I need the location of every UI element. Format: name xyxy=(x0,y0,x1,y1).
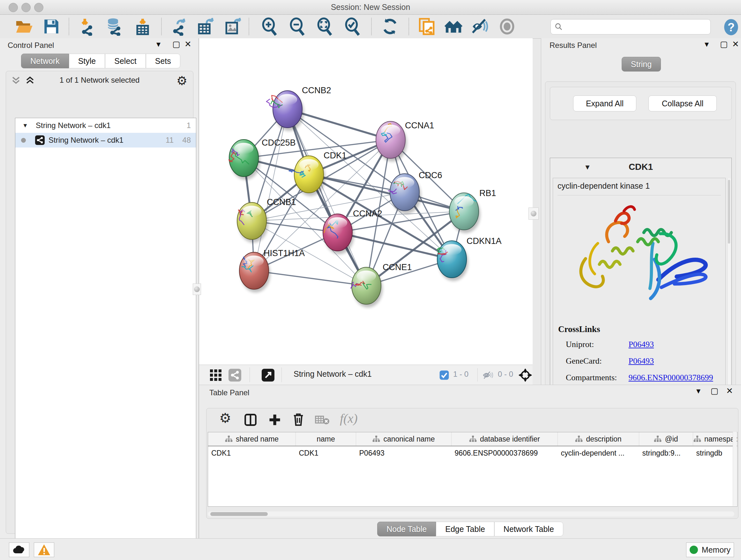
fit-selected-crosshair-icon[interactable] xyxy=(518,368,532,382)
tab-sets[interactable]: Sets xyxy=(146,54,180,68)
open-session-icon[interactable] xyxy=(15,17,33,36)
table-cell[interactable]: 9606.ENSP00000378699 xyxy=(452,446,558,460)
network-list-gear-icon[interactable]: ⚙ xyxy=(177,74,187,88)
column-header-database-identifier[interactable]: database identifier xyxy=(452,432,558,446)
table-panel-close-icon[interactable]: ✕ xyxy=(726,385,733,396)
results-scrollbar[interactable] xyxy=(727,179,731,412)
zoom-fit-icon[interactable] xyxy=(316,17,334,36)
toolbar-separator xyxy=(477,368,478,381)
expand-all-button[interactable]: Expand All xyxy=(573,96,636,111)
node-label-CDC6: CDC6 xyxy=(419,171,442,180)
table-row[interactable]: CDK1CDK1P064939606.ENSP00000378699cyclin… xyxy=(208,446,738,460)
collapse-all-button[interactable]: Collapse All xyxy=(649,96,717,111)
show-columns-icon[interactable] xyxy=(244,413,258,427)
add-column-icon[interactable] xyxy=(268,413,282,427)
table-cell[interactable]: CDK1 xyxy=(296,446,356,460)
export-network-icon[interactable] xyxy=(170,17,188,36)
zoom-selected-icon[interactable] xyxy=(343,17,362,36)
table-cell[interactable]: CDK1 xyxy=(208,446,296,460)
collection-expand-arrow-icon[interactable]: ▼ xyxy=(22,118,28,133)
node-table[interactable]: shared namenamecanonical namedatabase id… xyxy=(208,432,738,460)
tab-string-results[interactable]: String xyxy=(622,57,661,71)
left-splitter-handle[interactable] xyxy=(193,284,201,295)
tab-network[interactable]: Network xyxy=(21,54,69,68)
results-panel-float-icon[interactable]: ▾ xyxy=(704,38,709,50)
table-cell[interactable]: stringdb xyxy=(693,446,738,460)
table-vertical-scrollbar[interactable] xyxy=(733,432,737,506)
results-panel-close-icon[interactable]: ✕ xyxy=(732,38,739,50)
tab-select[interactable]: Select xyxy=(105,54,145,68)
network-node-CDC6[interactable] xyxy=(388,174,421,214)
table-cell[interactable]: stringdb:9... xyxy=(639,446,693,460)
crosslink-genecard[interactable]: P06493 xyxy=(629,356,654,366)
network-edge-CCNB2-HIST1H1A[interactable] xyxy=(254,109,287,271)
import-network-file-icon[interactable] xyxy=(78,17,96,36)
column-header-shared-name[interactable]: shared name xyxy=(208,432,296,446)
cloud-status-button[interactable] xyxy=(9,543,29,557)
delete-table-icon[interactable] xyxy=(315,415,330,426)
import-network-database-icon[interactable] xyxy=(105,17,124,36)
birdseye-grid-icon[interactable] xyxy=(209,369,222,381)
tab-network-table[interactable]: Network Table xyxy=(494,522,563,537)
control-panel-float-icon[interactable]: ▾ xyxy=(156,38,160,50)
search-input[interactable] xyxy=(565,21,707,33)
open-in-window-icon[interactable] xyxy=(262,369,274,381)
network-node-CDK1[interactable] xyxy=(289,156,325,196)
string-home-icon[interactable] xyxy=(444,17,463,36)
network-node-RB1[interactable] xyxy=(449,193,480,233)
tab-style[interactable]: Style xyxy=(69,54,105,68)
network-edge-CCNB2-CCNE1[interactable] xyxy=(287,109,366,286)
column-header-canonical-name[interactable]: canonical name xyxy=(356,432,452,446)
search-field[interactable] xyxy=(550,19,711,35)
column-header--id[interactable]: @id xyxy=(639,432,693,446)
string-panel-icon[interactable] xyxy=(228,369,241,381)
selected-checkbox-icon[interactable] xyxy=(439,370,449,380)
network-row-selected[interactable]: String Network – cdk1 11 48 xyxy=(15,133,196,147)
column-header-namespace[interactable]: namespace xyxy=(693,432,738,446)
save-session-icon[interactable] xyxy=(42,17,61,36)
table-horizontal-scrollbar[interactable] xyxy=(208,511,734,516)
column-header-name[interactable]: name xyxy=(296,432,356,446)
network-node-CCNE1[interactable] xyxy=(351,267,383,307)
memory-status-icon xyxy=(690,546,698,554)
network-canvas[interactable]: CCNB2CCNA1CDC25BCDK1CDC6RB1CCNB1CCNA2CDK… xyxy=(199,38,533,365)
network-graph[interactable]: CCNB2CCNA1CDC25BCDK1CDC6RB1CCNB1CCNA2CDK… xyxy=(199,38,533,365)
network-node-CDKN1A[interactable] xyxy=(437,241,468,281)
table-panel-float-icon[interactable]: ▾ xyxy=(696,385,700,396)
memory-button[interactable]: Memory xyxy=(686,543,734,557)
network-node-HIST1H1A[interactable] xyxy=(239,252,270,293)
network-node-CCNB1[interactable] xyxy=(237,202,268,243)
refresh-icon[interactable] xyxy=(381,17,399,36)
tab-node-table[interactable]: Node Table xyxy=(377,522,436,537)
clone-network-icon[interactable] xyxy=(417,17,436,36)
show-graphics-details-icon[interactable] xyxy=(470,17,489,36)
control-panel-maximize-icon[interactable]: ▢ xyxy=(172,38,180,50)
table-gear-icon[interactable]: ⚙ xyxy=(219,410,231,426)
table-panel-maximize-icon[interactable]: ▢ xyxy=(711,385,718,396)
table-cell[interactable]: P06493 xyxy=(356,446,452,460)
crosslink-uniprot[interactable]: P06493 xyxy=(629,340,654,349)
help-icon[interactable]: ? xyxy=(722,18,740,37)
import-table-file-icon[interactable] xyxy=(133,17,152,36)
toolbar-separator xyxy=(408,18,409,35)
delete-column-icon[interactable] xyxy=(291,412,306,427)
hidden-eye-icon[interactable] xyxy=(482,370,493,380)
crosslink-compartments[interactable]: 9606.ENSP00000378699 xyxy=(629,373,713,382)
table-cell[interactable]: cyclin-dependent ... xyxy=(558,446,639,460)
network-edge-HIST1H1A-CCNE1[interactable] xyxy=(254,271,366,286)
network-collection-row[interactable]: ▼ String Network – cdk1 1 xyxy=(15,118,196,133)
network-node-CCNB2[interactable] xyxy=(266,91,304,131)
warnings-button[interactable] xyxy=(34,543,54,557)
function-builder-icon[interactable]: f(x) xyxy=(340,411,358,426)
export-image-icon[interactable] xyxy=(224,17,243,36)
eye-icon[interactable] xyxy=(498,17,516,36)
results-panel-maximize-icon[interactable]: ▢ xyxy=(720,38,728,50)
zoom-out-icon[interactable] xyxy=(288,17,307,36)
network-node-CCNA2[interactable] xyxy=(323,214,354,254)
control-panel-close-icon[interactable]: ✕ xyxy=(185,38,192,50)
right-splitter-handle[interactable] xyxy=(529,207,539,220)
column-header-description[interactable]: description xyxy=(558,432,639,446)
zoom-in-icon[interactable] xyxy=(260,17,279,36)
tab-edge-table[interactable]: Edge Table xyxy=(436,522,494,537)
export-table-icon[interactable] xyxy=(197,17,215,36)
